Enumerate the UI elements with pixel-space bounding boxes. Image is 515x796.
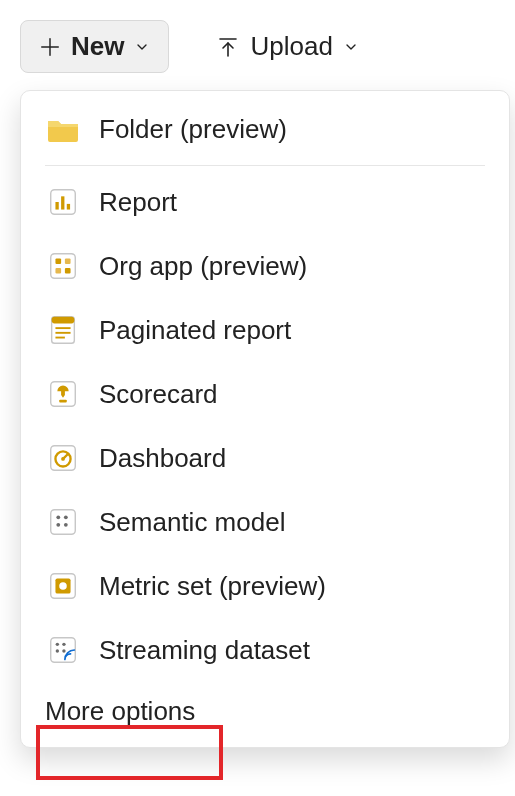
svg-point-23 — [61, 457, 65, 461]
svg-point-31 — [59, 582, 67, 590]
scorecard-icon — [45, 376, 81, 412]
dropdown-item-scorecard[interactable]: Scorecard — [21, 362, 509, 426]
dropdown-item-metric-set[interactable]: Metric set (preview) — [21, 554, 509, 618]
paginated-report-icon — [45, 312, 81, 348]
toolbar: New Upload — [0, 0, 515, 89]
dashboard-icon — [45, 440, 81, 476]
dropdown-item-report[interactable]: Report — [21, 170, 509, 234]
dropdown-item-label: Dashboard — [99, 443, 226, 474]
dropdown-item-folder[interactable]: Folder (preview) — [21, 97, 509, 161]
upload-button-label: Upload — [250, 31, 332, 62]
svg-rect-10 — [65, 258, 71, 264]
upload-button[interactable]: Upload — [197, 20, 377, 73]
svg-point-34 — [62, 643, 65, 646]
dropdown-item-label: Folder (preview) — [99, 114, 287, 145]
more-options-label: More options — [45, 696, 195, 726]
dropdown-item-label: Paginated report — [99, 315, 291, 346]
svg-point-25 — [56, 515, 60, 519]
streaming-dataset-icon — [45, 632, 81, 668]
new-button-label: New — [71, 31, 124, 62]
svg-point-33 — [56, 643, 59, 646]
svg-rect-8 — [51, 254, 76, 279]
svg-point-35 — [56, 649, 59, 652]
plus-icon — [39, 36, 61, 58]
new-button[interactable]: New — [20, 20, 169, 73]
new-dropdown: Folder (preview) Report Org app (preview… — [20, 90, 510, 748]
dropdown-item-paginated-report[interactable]: Paginated report — [21, 298, 509, 362]
chevron-down-icon — [343, 39, 359, 55]
svg-rect-9 — [55, 258, 61, 264]
dropdown-item-streaming-dataset[interactable]: Streaming dataset — [21, 618, 509, 682]
dropdown-item-label: Streaming dataset — [99, 635, 310, 666]
dropdown-item-label: Scorecard — [99, 379, 218, 410]
svg-rect-24 — [51, 510, 76, 535]
svg-point-36 — [62, 649, 65, 652]
dropdown-item-label: Semantic model — [99, 507, 285, 538]
svg-point-28 — [64, 523, 68, 527]
dropdown-item-semantic-model[interactable]: Semantic model — [21, 490, 509, 554]
svg-rect-19 — [59, 400, 67, 403]
semantic-model-icon — [45, 504, 81, 540]
svg-rect-14 — [52, 317, 75, 324]
svg-rect-5 — [55, 202, 58, 210]
org-app-icon — [45, 248, 81, 284]
svg-rect-12 — [65, 268, 71, 274]
upload-icon — [216, 35, 240, 59]
dropdown-item-org-app[interactable]: Org app (preview) — [21, 234, 509, 298]
dropdown-item-label: Report — [99, 187, 177, 218]
metric-set-icon — [45, 568, 81, 604]
svg-rect-6 — [61, 196, 64, 209]
chevron-down-icon — [134, 39, 150, 55]
folder-icon — [45, 111, 81, 147]
divider — [45, 165, 485, 166]
dropdown-item-label: Org app (preview) — [99, 251, 307, 282]
dropdown-item-label: Metric set (preview) — [99, 571, 326, 602]
svg-point-27 — [56, 523, 60, 527]
svg-rect-7 — [67, 204, 70, 210]
svg-rect-11 — [55, 268, 61, 274]
svg-point-26 — [64, 515, 68, 519]
report-icon — [45, 184, 81, 220]
dropdown-item-dashboard[interactable]: Dashboard — [21, 426, 509, 490]
dropdown-more-options[interactable]: More options — [21, 682, 219, 737]
